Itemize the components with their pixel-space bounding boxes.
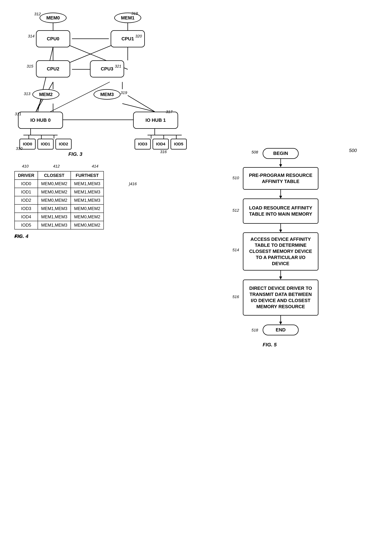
cpu3-ref: 321 <box>115 64 122 69</box>
iohub1-node: IO HUB 1 <box>133 112 178 129</box>
cpu2-node: CPU2 <box>36 60 70 77</box>
flow-step516: DIRECT DEVICE DRIVER TO TRANSMIT DATA BE… <box>243 280 318 315</box>
table-row: IOD2MEM0,MEM2MEM1,MEM3 <box>15 196 104 205</box>
iod3-node: IOD3 <box>135 139 151 150</box>
flow-begin: BEGIN <box>263 148 299 159</box>
flow-step510: PRE-PROGRAM RESOURCE AFFINITY TABLE <box>243 167 318 190</box>
svg-line-14 <box>128 95 155 112</box>
cpu0-ref: 314 <box>28 34 34 39</box>
ref518: 518 <box>251 328 258 333</box>
svg-marker-31 <box>279 164 282 167</box>
fig4-ref: 400 <box>15 234 21 239</box>
iod5-node: IOD5 <box>171 139 187 150</box>
cpu0-node: CPU0 <box>36 30 70 47</box>
flow-step512: LOAD RESOURCE AFFINITY TABLE INTO MAIN M… <box>243 199 318 224</box>
cpu1-node: CPU1 <box>111 30 145 47</box>
mem1-ref: 318 <box>131 11 138 16</box>
fig3-label: FIG. 3 <box>68 151 82 157</box>
table-row: IOD5MEM1,MEM3MEM0,MEM2 <box>15 221 104 229</box>
cpu1-ref: 320 <box>135 34 142 39</box>
mem2-ref: 313 <box>24 91 30 96</box>
col-driver: DRIVER <box>15 171 38 180</box>
fig5-label: FIG. 5 <box>263 342 277 348</box>
flow-end: END <box>263 325 299 335</box>
ref514: 514 <box>232 248 239 252</box>
ref516: 516 <box>232 295 239 299</box>
iohub0-ref: 311 <box>15 112 21 116</box>
svg-marker-35 <box>279 230 282 232</box>
mem2-node: MEM2 <box>32 89 59 100</box>
col-furthest: FURTHEST <box>71 171 104 180</box>
table-row: IOD0MEM0,MEM2MEM1,MEM3 <box>15 180 104 188</box>
svg-marker-39 <box>279 322 282 325</box>
col410-ref: 410 <box>22 164 29 169</box>
ref510: 510 <box>232 176 239 180</box>
fig4-diagram: 410 412 414 DRIVER CLOSEST FURTHEST IOD0… <box>15 162 126 239</box>
table-row: IOD3MEM1,MEM3MEM0,MEM2 <box>15 205 104 213</box>
iohub1-ref: 317 <box>166 110 172 114</box>
flow-step514: ACCESS DEVICE AFFINITY TABLE TO DETERMIN… <box>243 232 318 270</box>
cpu2-ref: 315 <box>27 64 33 69</box>
table-row: IOD1MEM0,MEM2MEM1,MEM3 <box>15 188 104 196</box>
flowchart: BEGIN 508 PRE-PROGRAM RESOURCE AFFINITY … <box>201 140 372 384</box>
fig5-diagram: 500 BEGIN 508 PRE-PROGRAM RESOURCE AF <box>201 140 372 384</box>
cpu3-node: CPU3 <box>90 60 124 77</box>
svg-line-28 <box>38 47 53 112</box>
ref508: 508 <box>251 150 258 155</box>
iod0-ref: 310 <box>16 146 23 151</box>
iod2-node: IOD2 <box>55 139 72 150</box>
fig3-diagram: MEM0 312 MEM1 318 CPU0 314 CPU1 320 CPU2… <box>15 7 203 148</box>
mem3-node: MEM3 <box>93 89 121 100</box>
svg-line-13 <box>122 104 155 112</box>
col412-ref: 412 <box>53 164 60 169</box>
svg-marker-33 <box>279 196 282 199</box>
iohub0-node: IO HUB 0 <box>18 112 63 129</box>
mem3-ref: 319 <box>121 90 127 95</box>
iod5-ref: 316 <box>160 150 167 154</box>
ref512: 512 <box>232 208 239 213</box>
svg-marker-37 <box>279 276 282 280</box>
iod1-node: IOD1 <box>37 139 54 150</box>
mem0-ref: 312 <box>34 12 41 16</box>
mem0-node: MEM0 <box>39 13 67 23</box>
col-closest: CLOSEST <box>38 171 71 180</box>
affinity-table: DRIVER CLOSEST FURTHEST IOD0MEM0,MEM2MEM… <box>15 171 104 230</box>
col414-ref: 414 <box>92 164 98 169</box>
table-row: IOD4MEM1,MEM3MEM0,MEM2 <box>15 213 104 221</box>
iod4-node: IOD4 <box>152 139 169 150</box>
